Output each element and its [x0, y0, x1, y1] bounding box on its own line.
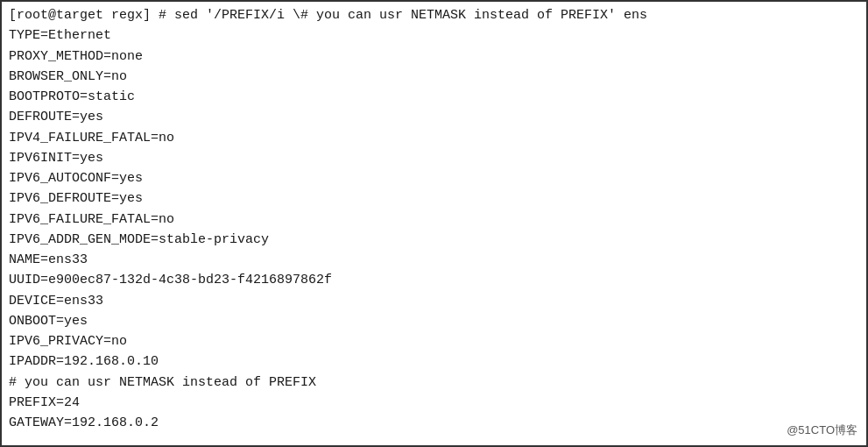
terminal-line: DEVICE=ens33 [9, 291, 859, 311]
terminal-line: UUID=e900ec87-132d-4c38-bd23-f4216897862… [9, 270, 859, 290]
terminal-content: [root@target regx] # sed '/PREFIX/i \# y… [2, 2, 866, 445]
terminal-line: PREFIX=24 [9, 393, 859, 413]
terminal-line: PROXY_METHOD=none [9, 46, 859, 67]
terminal-line: IPV6INIT=yes [9, 148, 859, 168]
terminal-line: NAME=ens33 [9, 250, 859, 270]
terminal-line: IPV6_DEFROUTE=yes [9, 188, 859, 209]
terminal-line: IPV4_FAILURE_FATAL=no [9, 128, 859, 148]
terminal-line: BROWSER_ONLY=no [9, 67, 859, 87]
terminal-line: DEFROUTE=yes [9, 107, 859, 127]
terminal-line: GATEWAY=192.168.0.2 [9, 413, 859, 433]
terminal-window: [root@target regx] # sed '/PREFIX/i \# y… [0, 0, 868, 447]
terminal-line: IPV6_FAILURE_FATAL=no [9, 209, 859, 230]
terminal-line: IPV6_PRIVACY=no [9, 331, 859, 351]
watermark: @51CTO博客 [787, 422, 857, 438]
terminal-line: IPADDR=192.168.0.10 [9, 351, 859, 372]
terminal-line: # you can usr NETMASK instead of PREFIX [9, 372, 859, 393]
terminal-line: IPV6_AUTOCONF=yes [9, 168, 859, 188]
terminal-line: IPV6_ADDR_GEN_MODE=stable-privacy [9, 230, 859, 250]
terminal-line: BOOTPROTO=static [9, 87, 859, 107]
terminal-line: TYPE=Ethernet [9, 25, 859, 46]
terminal-line: ONBOOT=yes [9, 311, 859, 331]
terminal-line: [root@target regx] # sed '/PREFIX/i \# y… [9, 5, 859, 25]
